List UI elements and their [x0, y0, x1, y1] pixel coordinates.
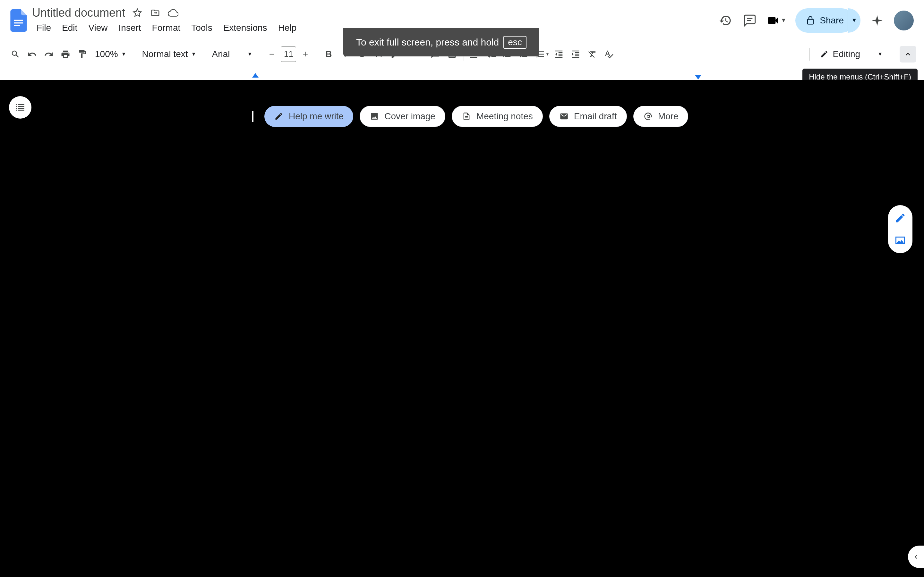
chip-email-draft[interactable]: Email draft	[549, 106, 627, 127]
left-indent-marker[interactable]	[252, 73, 258, 77]
decrease-font-icon[interactable]: −	[264, 47, 279, 62]
increase-font-icon[interactable]: +	[297, 47, 313, 62]
menu-file[interactable]: File	[32, 21, 55, 35]
right-margin-marker[interactable]	[695, 75, 701, 79]
menu-insert[interactable]: Insert	[114, 21, 145, 35]
style-select[interactable]: Normal text ▼	[138, 47, 200, 62]
increase-indent-icon[interactable]	[568, 47, 583, 62]
history-icon[interactable]	[718, 13, 733, 28]
meet-button[interactable]: ▼	[766, 14, 787, 27]
pencil-side-icon[interactable]	[894, 211, 907, 224]
decrease-indent-icon[interactable]	[551, 47, 567, 62]
suggestion-chips: Help me write Cover image Meeting notes …	[264, 106, 688, 127]
redo-icon[interactable]	[41, 47, 57, 62]
docs-logo-icon[interactable]	[10, 9, 27, 32]
chip-meeting-notes[interactable]: Meeting notes	[452, 106, 543, 127]
editing-mode-select[interactable]: Editing ▼	[814, 47, 889, 62]
image-side-icon[interactable]	[894, 234, 907, 247]
move-icon[interactable]	[150, 7, 161, 19]
menu-extensions[interactable]: Extensions	[219, 21, 272, 35]
chevron-down-icon: ▼	[191, 51, 196, 57]
chip-help-me-write[interactable]: Help me write	[264, 106, 353, 127]
document-canvas[interactable]: Help me write Cover image Meeting notes …	[0, 80, 924, 577]
print-icon[interactable]	[58, 47, 73, 62]
chevron-down-icon: ▼	[247, 51, 252, 57]
clear-format-icon[interactable]	[585, 47, 600, 62]
chevron-down-icon: ▼	[877, 51, 883, 57]
spellcheck-icon[interactable]	[601, 47, 617, 62]
menu-view[interactable]: View	[84, 21, 112, 35]
fullscreen-toast: To exit full screen, press and hold esc	[343, 28, 540, 56]
font-select[interactable]: Arial ▼	[208, 47, 256, 62]
esc-key-label: esc	[503, 36, 527, 49]
at-icon	[643, 111, 653, 121]
star-icon[interactable]	[132, 7, 143, 19]
menu-format[interactable]: Format	[148, 21, 185, 35]
svg-rect-1	[14, 22, 23, 23]
chevron-down-icon: ▼	[121, 51, 126, 57]
undo-icon[interactable]	[24, 47, 40, 62]
share-dropdown[interactable]: ▼	[848, 8, 861, 33]
email-icon	[559, 111, 569, 121]
chevron-down-icon: ▼	[780, 17, 787, 24]
chip-more[interactable]: More	[633, 106, 688, 127]
bold-icon[interactable]: B	[321, 47, 336, 62]
ruler[interactable]	[0, 67, 924, 80]
zoom-select[interactable]: 100% ▼	[91, 47, 130, 62]
font-size-input[interactable]	[281, 47, 296, 62]
outline-toggle-button[interactable]	[9, 96, 31, 119]
document-title[interactable]: Untitled document	[32, 6, 125, 19]
pencil-spark-icon	[274, 111, 284, 121]
share-button[interactable]: Share	[795, 8, 854, 33]
side-panel	[888, 205, 913, 253]
format-paint-icon[interactable]	[74, 47, 90, 62]
chip-cover-image[interactable]: Cover image	[360, 106, 445, 127]
search-icon[interactable]	[8, 47, 23, 62]
text-cursor	[252, 111, 254, 122]
doc-icon	[462, 111, 471, 121]
comments-icon[interactable]	[742, 13, 758, 28]
image-icon	[370, 111, 379, 121]
svg-rect-0	[14, 19, 23, 21]
avatar[interactable]	[894, 11, 914, 31]
expand-side-panel-button[interactable]	[908, 546, 924, 568]
menu-tools[interactable]: Tools	[187, 21, 216, 35]
menu-edit[interactable]: Edit	[57, 21, 82, 35]
hide-menus-button[interactable]	[900, 46, 916, 63]
share-label: Share	[820, 15, 844, 26]
gemini-icon[interactable]	[869, 13, 885, 28]
svg-rect-2	[14, 25, 20, 26]
cloud-status-icon[interactable]	[168, 7, 179, 19]
menu-help[interactable]: Help	[274, 21, 301, 35]
